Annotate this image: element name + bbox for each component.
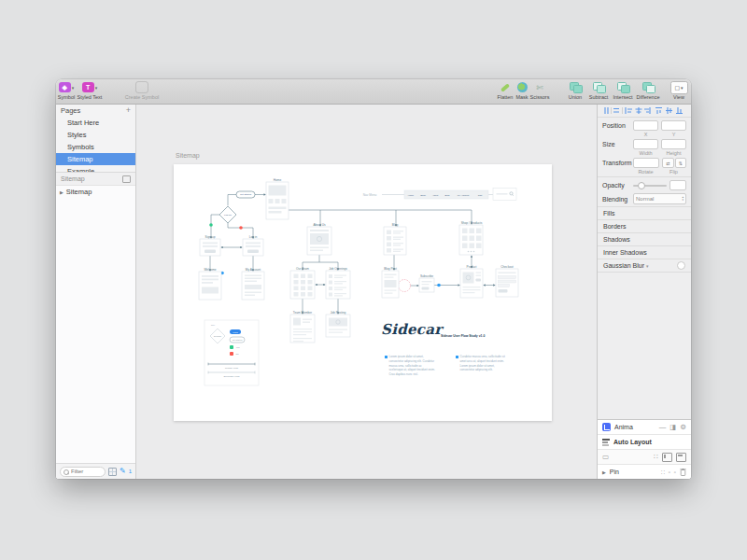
node-welcome[interactable]: Welcome [199, 268, 221, 301]
node-log-in[interactable]: Log in [243, 235, 263, 257]
node-my-account[interactable]: My Account [242, 268, 264, 301]
svg-text:Sign up: Sign up [205, 235, 216, 239]
padding-horizontal-icon[interactable] [662, 453, 672, 462]
node-get-started[interactable]: Get Started [236, 191, 255, 198]
page-item-start-here[interactable]: Start Here [56, 117, 135, 129]
blur-toggle[interactable] [677, 261, 685, 270]
flip-horizontal-button[interactable]: ⇄ [662, 158, 674, 168]
opacity-slider-knob[interactable] [638, 182, 645, 189]
info-dot-product[interactable] [437, 284, 441, 287]
blend-mode-select[interactable]: Normal ▴▾ [633, 193, 686, 204]
node-shop-products[interactable]: Shop / Products [459, 221, 483, 256]
layer-item-sitemap[interactable]: ▶ Sitemap [56, 186, 135, 198]
node-home[interactable]: Home [266, 178, 289, 220]
svg-text:Shop / Products: Shop / Products [461, 221, 483, 225]
node-about-us[interactable]: About Us [307, 223, 331, 256]
node-blog-post[interactable]: Blog Post [382, 267, 399, 299]
node-job-openings[interactable]: Job Openings [326, 267, 350, 300]
anima-panel: Anima — ◨ ⚙ Auto Layout ▭ ∷ [598, 419, 691, 479]
size-label: Size [602, 141, 630, 147]
view-button[interactable]: ▢▾ View [658, 81, 691, 100]
yes-dot[interactable] [209, 223, 213, 227]
loop-circle[interactable] [399, 280, 411, 292]
svg-text:Cart: Cart [478, 194, 483, 197]
page-item-styles[interactable]: Styles [56, 129, 135, 141]
flip-vertical-button[interactable]: ⇅ [675, 158, 687, 168]
study-tagline: Sidecar User Flow Study v1.0 [441, 334, 485, 338]
styled-text-icon: T [82, 82, 94, 92]
node-nav-menu[interactable]: Home Shop About Blog My Account Cart [404, 190, 488, 199]
page-item-example[interactable]: Example [56, 165, 135, 172]
sidecar-logo[interactable]: Sidecar [381, 321, 442, 338]
pin-edge-icon[interactable]: ▫ [674, 469, 676, 476]
artboard-icon[interactable] [122, 175, 131, 183]
search-icon [63, 469, 69, 475]
section-gaussian-blur[interactable]: Gaussian Blur ▾ [598, 259, 691, 273]
node-subscribe[interactable]: Subscribe [419, 274, 434, 293]
styled-text-tool-button[interactable]: T▾ Styled Text [69, 81, 110, 100]
disclosure-icon[interactable]: ▶ [602, 469, 606, 475]
section-inner-shadows[interactable]: Inner Shadows [598, 246, 691, 259]
node-team-member[interactable]: Team Member [290, 311, 315, 343]
auto-layout-title: Auto Layout [613, 439, 652, 445]
artboard-title[interactable]: Sitemap [176, 152, 200, 159]
minimize-icon[interactable]: — [659, 424, 667, 431]
pin-center-icon[interactable]: ▫ [669, 469, 670, 476]
chevron-down-icon: ▾ [681, 85, 684, 91]
blending-label: Blending [602, 196, 630, 203]
nav-annotation[interactable]: Nav Menu [363, 193, 377, 197]
align-icons[interactable] [605, 107, 683, 114]
add-page-button[interactable]: + [126, 106, 131, 115]
legend-key[interactable]: Key Decision Modal Get Started Yes No [204, 320, 259, 385]
edit-count-badge: 1 [129, 469, 132, 474]
svg-text:Job Openings: Job Openings [329, 267, 347, 271]
node-decision-login[interactable]: Log in? [219, 206, 236, 223]
section-fills[interactable]: Fills [598, 207, 691, 220]
inspector-empty-area [598, 273, 691, 419]
svg-text:Secondary Flow: Secondary Flow [223, 375, 239, 378]
create-symbol-button[interactable]: Create Symbol [121, 81, 162, 100]
svg-text:Log in?: Log in? [224, 214, 233, 217]
svg-text:Home: Home [274, 178, 282, 182]
node-checkout[interactable]: Checkout [496, 265, 518, 298]
svg-text:My Account: My Account [458, 194, 470, 197]
filter-field-wrap [60, 467, 106, 477]
stack-icon[interactable]: ▭ [602, 454, 609, 461]
canvas[interactable]: Sitemap .ln{stroke:#5f7d8c;stroke-width:… [136, 105, 597, 479]
pin-dots-icon[interactable]: ∷ [661, 469, 665, 476]
padding-vertical-icon[interactable] [676, 453, 686, 462]
svg-text:Blog: Blog [445, 194, 450, 197]
svg-text:Welcome: Welcome [204, 268, 216, 272]
trash-icon[interactable] [680, 468, 686, 476]
svg-text:Primary Flow: Primary Flow [225, 367, 238, 370]
node-sign-up[interactable]: Sign up [200, 235, 220, 257]
height-sublabel: Height [661, 150, 686, 156]
gear-icon[interactable]: ⚙ [680, 424, 686, 431]
position-x-input[interactable] [633, 120, 658, 131]
anima-logo-icon [602, 423, 611, 431]
pencil-icon[interactable]: ✎ [120, 468, 126, 475]
node-product[interactable]: Product [460, 265, 483, 299]
rotate-input[interactable] [633, 158, 659, 168]
opacity-slider[interactable] [633, 185, 667, 187]
node-our-team[interactable]: Our Team [290, 267, 315, 300]
grid-icon[interactable]: ∷ [654, 454, 658, 461]
section-borders[interactable]: Borders [598, 220, 691, 233]
node-search-box[interactable] [493, 189, 516, 201]
node-blog[interactable]: Blog [384, 223, 406, 256]
no-dot[interactable] [239, 226, 243, 230]
artboard-sitemap[interactable]: .ln{stroke:#5f7d8c;stroke-width:.55;fill… [174, 164, 552, 421]
panel-icon[interactable]: ◨ [669, 424, 676, 431]
disclosure-icon[interactable]: ▶ [60, 189, 63, 195]
position-y-input[interactable] [661, 120, 686, 131]
page-item-symbols[interactable]: Symbols [56, 141, 135, 153]
page-item-sitemap[interactable]: Sitemap [56, 153, 135, 165]
opacity-input[interactable] [669, 180, 686, 190]
component-grid-icon[interactable] [108, 468, 117, 476]
svg-text:Get Started: Get Started [240, 193, 252, 196]
section-shadows[interactable]: Shadows [598, 233, 691, 246]
width-input[interactable] [633, 139, 658, 149]
node-job-posting[interactable]: Job Posting [326, 311, 350, 338]
height-input[interactable] [661, 139, 686, 149]
svg-text:Home: Home [408, 194, 415, 197]
